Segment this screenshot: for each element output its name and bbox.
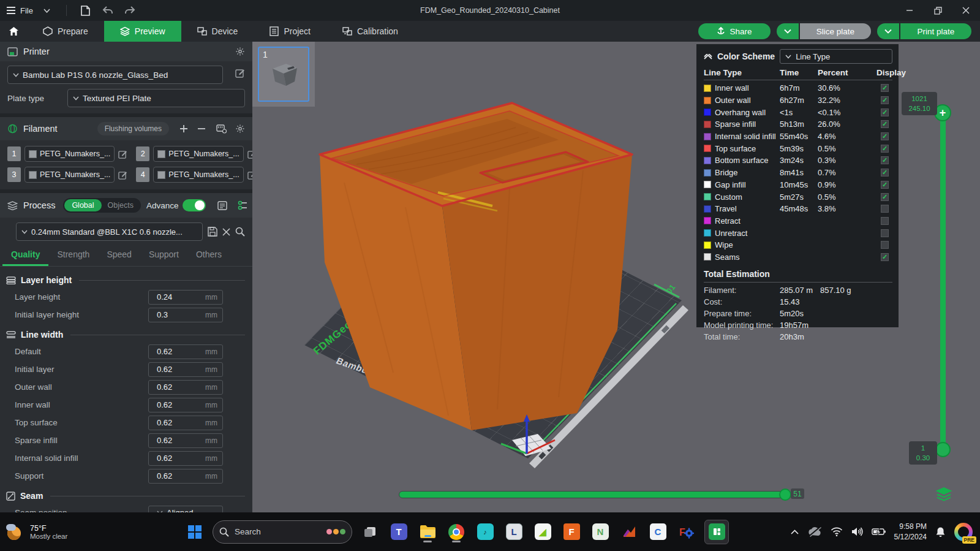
tab-support[interactable]: Support [140, 245, 187, 266]
plate-type-select[interactable]: Textured PEI Plate [67, 89, 245, 107]
amazon-music-icon[interactable]: ♪ [474, 521, 496, 543]
battery-charging-icon[interactable] [872, 528, 886, 536]
filament-preset-select[interactable]: PETG_Numakers_... [153, 167, 243, 183]
settings-list-icon[interactable] [217, 201, 227, 210]
ams-sync-icon[interactable] [216, 124, 227, 134]
filament-edit-icon[interactable] [118, 170, 127, 180]
chrome-icon[interactable] [445, 521, 467, 543]
scope-objects-button[interactable]: Objects [102, 201, 140, 210]
display-checkbox[interactable]: ✓ [881, 156, 889, 164]
layer-slider-bottom-handle[interactable] [935, 442, 951, 457]
tab-preview[interactable]: Preview [104, 21, 181, 42]
tab-calibration[interactable]: Calibration [326, 21, 414, 42]
display-checkbox[interactable]: ✓ [881, 132, 889, 140]
param-input[interactable]: 0.62 mm [148, 416, 223, 430]
file-menu[interactable]: File [6, 6, 33, 15]
display-checkbox[interactable] [881, 229, 889, 237]
minimize-button[interactable] [895, 0, 924, 21]
tab-strength[interactable]: Strength [48, 245, 98, 266]
onedrive-paused-icon[interactable] [807, 526, 822, 537]
param-input[interactable]: 0.62 mm [148, 433, 223, 448]
matlab-icon[interactable] [618, 521, 640, 543]
print-plate-button[interactable]: Print plate [900, 23, 971, 39]
param-input[interactable]: 0.62 mm [148, 469, 223, 484]
remove-filament-icon[interactable] [197, 124, 206, 133]
display-checkbox[interactable]: ✓ [881, 193, 889, 201]
add-filament-icon[interactable] [179, 124, 188, 133]
collapse-chevron-icon[interactable] [704, 54, 712, 59]
param-input[interactable]: 0.62 mm [148, 451, 223, 466]
teams-icon[interactable]: T [388, 521, 410, 543]
copilot-icon[interactable]: PRE [954, 523, 973, 541]
display-checkbox[interactable]: ✓ [881, 253, 889, 261]
slice-plate-button[interactable]: Slice plate [800, 23, 871, 39]
display-checkbox[interactable]: ✓ [881, 96, 889, 104]
param-input[interactable]: 0.62 mm [148, 398, 223, 412]
param-input[interactable]: 0.24 mm [148, 290, 223, 305]
notepadpp-icon[interactable]: N [589, 521, 611, 543]
param-input[interactable]: 0.62 mm [148, 380, 223, 395]
printer-settings-gear-icon[interactable] [235, 47, 245, 56]
fusion360-icon[interactable]: F [560, 521, 582, 543]
viewport-canvas[interactable]: FDMGeo Cab Bambu Textured PEI Plate 01 [252, 42, 980, 512]
filament-preset-select[interactable]: PETG_Numakers_... [153, 146, 243, 162]
search-preset-icon[interactable] [235, 227, 245, 237]
tab-project[interactable]: Project [254, 21, 326, 42]
tab-others[interactable]: Others [187, 245, 230, 266]
param-input[interactable]: 0.62 mm [148, 344, 223, 359]
clear-preset-icon[interactable] [222, 228, 230, 236]
filament-edit-icon[interactable] [118, 150, 127, 159]
filament-preset-select[interactable]: PETG_Numakers_... [24, 167, 115, 183]
redo-icon[interactable] [122, 3, 138, 18]
notification-bell-icon[interactable] [935, 526, 946, 538]
tab-device[interactable]: Device [181, 21, 254, 42]
share-button[interactable]: Share [698, 23, 771, 39]
scope-global-button[interactable]: Global [64, 199, 101, 211]
process-preset-select[interactable]: 0.24mm Standard @BBL X1C 0.6 nozzle... [16, 222, 203, 241]
filament-settings-gear-icon[interactable] [235, 124, 245, 134]
media-tool-icon[interactable]: ◢ [532, 521, 554, 543]
volume-icon[interactable] [851, 527, 863, 536]
tray-expand-chevron-icon[interactable] [791, 530, 799, 534]
tab-speed[interactable]: Speed [98, 245, 140, 266]
move-slider-handle[interactable] [779, 488, 791, 501]
tab-quality[interactable]: Quality [2, 245, 48, 266]
start-button[interactable] [184, 521, 206, 543]
filament-edit-icon[interactable] [247, 150, 252, 159]
ltspice-icon[interactable]: L [503, 521, 525, 543]
display-checkbox[interactable] [881, 241, 889, 249]
layers-icon[interactable] [936, 487, 952, 501]
close-button[interactable] [952, 0, 980, 21]
display-checkbox[interactable]: ✓ [881, 84, 889, 92]
home-button[interactable] [0, 21, 27, 42]
display-checkbox[interactable] [881, 205, 889, 213]
restore-button[interactable] [924, 0, 952, 21]
filament-edit-icon[interactable] [247, 170, 252, 180]
calibre-app-icon[interactable]: C [647, 521, 669, 543]
slice-dropdown-button[interactable] [777, 23, 799, 39]
printer-preset-select[interactable]: Bambu Lab P1S 0.6 nozzle_Glass_Bed [7, 66, 223, 84]
move-slider-track[interactable] [399, 491, 790, 498]
weather-widget[interactable]: 75°F Mostly clear [0, 523, 184, 541]
undo-icon[interactable] [100, 3, 116, 18]
display-checkbox[interactable]: ✓ [881, 108, 889, 116]
file-explorer-icon[interactable] [417, 521, 439, 543]
clock[interactable]: 9:58 PM 5/12/2024 [894, 522, 927, 541]
search-input[interactable]: Search [213, 520, 352, 544]
printer-edit-icon[interactable] [235, 68, 245, 78]
display-checkbox[interactable]: ✓ [881, 120, 889, 128]
param-input[interactable]: 0.62 mm [148, 362, 223, 377]
display-checkbox[interactable]: ✓ [881, 181, 889, 189]
task-view-button[interactable] [359, 521, 381, 543]
flushing-volumes-button[interactable]: Flushing volumes [97, 122, 169, 135]
save-preset-icon[interactable] [208, 227, 217, 237]
display-checkbox[interactable]: ✓ [881, 145, 889, 153]
file-menu-chevron[interactable] [39, 3, 55, 18]
save-icon[interactable] [78, 3, 94, 18]
bambu-studio-icon[interactable] [704, 520, 729, 544]
display-checkbox[interactable] [881, 217, 889, 225]
compare-presets-icon[interactable] [238, 200, 248, 210]
freecad-icon[interactable]: F [676, 521, 698, 543]
seam-position-select[interactable]: Aligned [148, 506, 223, 513]
param-input[interactable]: 0.3 mm [148, 308, 223, 322]
